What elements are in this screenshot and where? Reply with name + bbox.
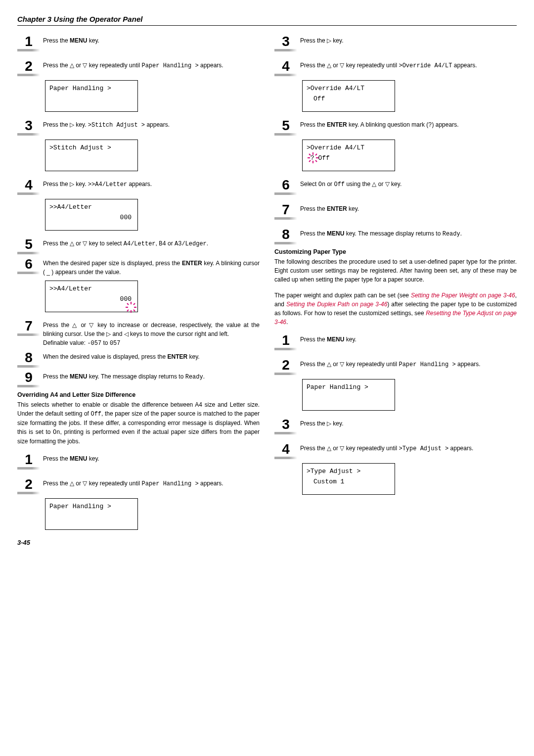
left-column: 1 Press the MENU key. 2 Press the or key… bbox=[17, 35, 260, 546]
svg-line-7 bbox=[127, 310, 129, 311]
svg-line-14 bbox=[315, 154, 317, 155]
page-number: 3-45 bbox=[17, 539, 260, 546]
paragraph: This selects whether to enable or disabl… bbox=[17, 400, 260, 446]
step-r4: 4 Press the or key repeatedly until >Ove… bbox=[274, 59, 517, 76]
lcd: >Override A4/LT Off bbox=[302, 80, 395, 112]
section-heading: Overriding A4 and Letter Size Difference bbox=[17, 391, 260, 398]
paragraph: The paper weight and duplex path can be … bbox=[274, 291, 517, 327]
step-l5: 5 Press the or key to select A4/Letter, … bbox=[17, 237, 260, 254]
step-l4: 4 Press the key. >>A4/Letter appears. bbox=[17, 178, 260, 195]
step-r8: 8 Press the MENU key. The message displa… bbox=[274, 228, 517, 244]
lcd: Paper Handling > bbox=[45, 498, 138, 530]
lcd: Paper Handling > bbox=[302, 379, 395, 411]
svg-line-6 bbox=[134, 303, 135, 305]
step-o2: 2 Press the or key repeatedly until Pape… bbox=[17, 477, 260, 494]
lcd: >Type Adjust > Custom 1 bbox=[302, 463, 395, 495]
svg-line-5 bbox=[134, 310, 135, 311]
svg-line-4 bbox=[127, 303, 129, 305]
right-column: 3 Press the key. 4 Press the or key repe… bbox=[274, 35, 517, 546]
lcd-with-cursor: >>A4/Letter 000 bbox=[45, 281, 138, 312]
step-l7: 7 Press the or key to increase or decrea… bbox=[17, 319, 260, 348]
link[interactable]: Setting the Duplex Path on page 3-46 bbox=[286, 301, 387, 308]
svg-line-13 bbox=[315, 160, 317, 162]
lcd-with-cursor: >Override A4/LT ? Off bbox=[302, 140, 395, 171]
lcd: Paper Handling > bbox=[45, 80, 138, 112]
step-c2: 2 Press the or key repeatedly until Pape… bbox=[274, 358, 517, 375]
step-l3: 3 Press the key. >Stitch Adjust > appear… bbox=[17, 119, 260, 136]
svg-line-12 bbox=[309, 154, 311, 155]
lcd: >>A4/Letter 000 bbox=[45, 199, 138, 231]
section-heading: Customizing Paper Type bbox=[274, 248, 517, 255]
step-c3: 3 Press the key. bbox=[274, 418, 517, 434]
step-o1: 1 Press the MENU key. bbox=[17, 453, 260, 470]
step-l9: 9 Press the MENU key. The message displa… bbox=[17, 371, 260, 387]
link[interactable]: Setting the Paper Weight on page 3-46 bbox=[411, 292, 515, 299]
step-l1: 1 Press the MENU key. bbox=[17, 35, 260, 51]
svg-line-15 bbox=[309, 160, 311, 162]
step-r5: 5 Press the ENTER key. A blinking questi… bbox=[274, 119, 517, 136]
step-l6: 6 When the desired paper size is display… bbox=[17, 257, 260, 277]
step-r7: 7 Press the ENTER key. bbox=[274, 203, 517, 220]
chapter-title: Chapter 3 Using the Operator Panel bbox=[17, 15, 517, 26]
step-c4: 4 Press the or key repeatedly until >Typ… bbox=[274, 442, 517, 459]
step-r3: 3 Press the key. bbox=[274, 35, 517, 51]
lcd: >Stitch Adjust > bbox=[45, 140, 138, 171]
step-l8: 8 When the desired value is displayed, p… bbox=[17, 351, 260, 368]
step-r6: 6 Select On or Off using the or key. bbox=[274, 178, 517, 195]
step-c1: 1 Press the MENU key. bbox=[274, 333, 517, 350]
paragraph: The following describes the procedure us… bbox=[274, 257, 517, 284]
step-l2: 2 Press the or key repeatedly until Pape… bbox=[17, 59, 260, 76]
